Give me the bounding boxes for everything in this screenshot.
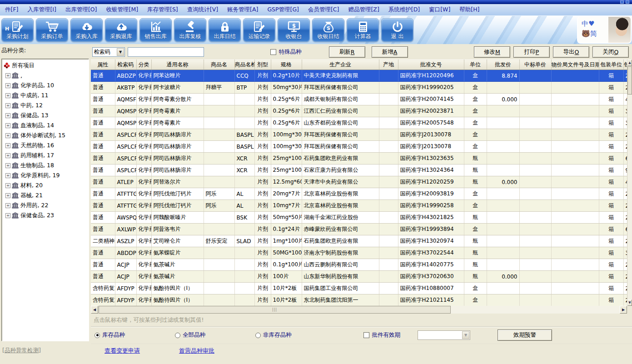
tree-item[interactable]: +中药, 12 (3, 100, 89, 110)
table-row[interactable]: 二类精神药ASZLP化学药艾司唑仑片舒乐安定SLAD片剂1mg*100片石药集团… (91, 235, 627, 247)
view-change-request-link[interactable]: 查看变更申请 (105, 347, 140, 355)
column-header[interactable]: 商品名 (204, 60, 234, 70)
table-row[interactable]: 普通AQMSP化学药阿奇霉素片片剂0.25g*6片江西汇仁药业有限公司国药准字H… (91, 105, 627, 117)
plus-expander-icon[interactable]: + (5, 173, 10, 178)
v-scrollbar[interactable]: ▲ ▼ (627, 60, 632, 306)
tree-item[interactable]: +生物制品, 18 (3, 160, 89, 170)
tree-item[interactable]: +药用辅料, 17 (3, 150, 89, 160)
plus-expander-icon[interactable]: + (5, 133, 10, 138)
plus-expander-icon[interactable]: + (5, 123, 10, 128)
cashier-button[interactable]: $收银台 (278, 18, 310, 42)
outbound-review-button[interactable]: 出库复核 (174, 18, 206, 42)
tree-item[interactable]: +保健品, 13 (3, 110, 89, 120)
modify-button[interactable]: 修改 M (474, 46, 510, 58)
tree-item[interactable]: +体外诊断试剂, 15 (3, 130, 89, 140)
non-stock-items-radio[interactable] (255, 333, 261, 338)
print-button[interactable]: 打印P (513, 46, 550, 58)
table-row[interactable]: 普通ABDZP化学药阿苯达唑片CCQ片剂0.2g*10片中美天津史克制药有限国药… (91, 70, 627, 82)
menu-item[interactable]: 件[F] (0, 6, 23, 14)
tree-item[interactable]: +材料, 20 (3, 180, 89, 190)
menu-item[interactable]: 窗口[W] (424, 6, 455, 14)
export-button[interactable]: 导出O (553, 46, 589, 58)
plus-expander-icon[interactable]: + (5, 93, 10, 98)
column-header[interactable]: 商品名检 (234, 60, 254, 70)
column-header[interactable]: 规格 (271, 60, 302, 70)
tree-item[interactable]: +, (3, 70, 89, 80)
menu-item[interactable]: 赠品管理[Z] (343, 6, 383, 14)
add-button[interactable]: 新增 A (372, 46, 408, 58)
cashier-daily-button[interactable]: S收银日结 (312, 18, 344, 42)
table-row[interactable]: 普通ATFTTGP化学药阿托伐他汀钙片阿乐AL片剂10mg*7片北京嘉林药业股份… (91, 200, 627, 212)
menu-item[interactable]: GSP管理[G] (263, 6, 304, 14)
table-row[interactable]: 普通ASPLCRP化学药阿司匹林肠溶片BASPL片剂100mg*30片拜耳医药保… (91, 141, 627, 153)
refresh-button[interactable]: 刷新R (329, 46, 365, 58)
tree-item[interactable]: +血液制品, 14 (3, 120, 89, 130)
tree-item[interactable]: +保健食品, 23 (3, 210, 89, 220)
minimize-icon[interactable] (620, 0, 624, 4)
column-header[interactable]: 通用名称 (151, 60, 204, 70)
table-row[interactable]: 普通ASPLCRP化学药阿司匹林肠溶片XCR片剂25mg*100片石药集团欧意药… (91, 153, 627, 165)
table-row[interactable]: 含特药复方AFDYP化学药氨酚待因片（Ⅰ）片剂10片*2板东北制药集团沈阳第一国… (91, 294, 627, 306)
chevron-down-icon[interactable]: ▼ (117, 48, 124, 56)
column-header[interactable]: 产地 (379, 60, 398, 70)
h-scroll-thumb[interactable]: ||| (99, 306, 451, 314)
calculator-button[interactable]: 计算器 (347, 18, 379, 42)
plus-expander-icon[interactable]: + (5, 193, 10, 198)
table-row[interactable]: 普通AWSPQP化学药阿魏酸哌嗪片BSK片剂50mg*50片湖南千金湘江药业股份… (91, 212, 627, 224)
column-header[interactable]: 属性 (91, 60, 115, 70)
purchase-order-button[interactable]: 采购订单 (36, 18, 68, 42)
plus-expander-icon[interactable]: + (5, 183, 10, 188)
plus-expander-icon[interactable]: + (5, 83, 10, 88)
plus-expander-icon[interactable]: + (5, 203, 10, 208)
tree-item[interactable]: +化学药品, 10 (3, 80, 89, 90)
plus-expander-icon[interactable]: + (5, 163, 10, 168)
table-row[interactable]: 普通ATFTTGP化学药阿托伐他汀钙片阿乐AL片剂20mg*7片北京嘉林药业股份… (91, 188, 627, 200)
column-header[interactable]: 分类 (136, 60, 151, 70)
tree-item[interactable]: +化学原料药, 19 (3, 170, 89, 180)
tree-item[interactable]: +中成药, 11 (3, 90, 89, 100)
purchase-return-button[interactable]: 采购退库 (105, 18, 137, 42)
validity-period-select[interactable]: ▼ (418, 330, 470, 340)
column-header[interactable]: 检索码 (115, 60, 136, 70)
plus-expander-icon[interactable]: + (5, 213, 10, 218)
table-row[interactable]: 普通ASPLCRP化学药阿司匹林肠溶片BASPL片剂100mg*30片拜耳医药保… (91, 129, 627, 141)
table-row[interactable]: 普通ACJP化学药氨茶碱片片剂100片山东新华制药股份有限国药准字H370206… (91, 271, 627, 283)
table-row[interactable]: 普通ACJP化学药氨茶碱片片剂0.1g*100片山西云鹏制药有限公司国药准字H1… (91, 259, 627, 271)
column-header[interactable]: 批准文号 (398, 60, 464, 70)
scroll-left-icon[interactable]: ◀ (91, 306, 98, 314)
menu-item[interactable]: 账务管理[A] (223, 6, 263, 14)
search-input[interactable] (128, 47, 204, 57)
plus-expander-icon[interactable]: + (5, 153, 10, 158)
close-button[interactable]: 关闭 Q (592, 46, 629, 58)
table-row[interactable]: 普通AXLWP化学药阿昔洛韦片片剂0.1g*24片赤峰蒙欣药业有限公司国药准字H… (91, 224, 627, 235)
plus-expander-icon[interactable]: + (5, 103, 10, 108)
menu-item[interactable]: 会员管理[C] (304, 6, 343, 14)
tree-item[interactable]: +天然药物, 16 (3, 140, 89, 150)
plus-expander-icon[interactable]: + (5, 73, 10, 78)
menu-item[interactable]: 收银管理[M] (102, 6, 143, 14)
transport-record-button[interactable]: 运输记录 (243, 18, 275, 42)
table-row[interactable]: 普通ATLEP化学药阿替洛尔片片剂12.5mg*60片天津市中央药业有限公国药准… (91, 176, 627, 188)
h-scrollbar[interactable]: ◀ ||| ▶ (91, 306, 627, 314)
outbound-daily-button[interactable]: 出库日结 (209, 18, 241, 42)
stock-items-radio[interactable] (95, 333, 100, 338)
approval-validity-checkbox[interactable] (363, 332, 369, 338)
scroll-right-icon[interactable]: ▶ (620, 306, 627, 314)
plus-expander-icon[interactable]: + (5, 143, 10, 148)
menu-item[interactable]: 库存管理[S] (143, 6, 183, 14)
tree-root-item[interactable]: 所有项目 (3, 60, 89, 70)
menu-item[interactable]: 系统维护[D] (384, 6, 424, 14)
first-business-approval-link[interactable]: 首营品种审批 (179, 347, 214, 355)
plus-expander-icon[interactable]: + (5, 113, 10, 118)
column-header[interactable]: 中标单价 (519, 60, 551, 70)
column-header[interactable]: 包装单位 (599, 60, 623, 70)
all-items-radio[interactable] (175, 333, 180, 338)
table-row[interactable]: 含特药复方AFDYP化学药氨酚待因片（Ⅰ）片剂10片*2板国药集团工业有限公司国… (91, 283, 627, 294)
special-items-checkbox[interactable] (270, 49, 276, 55)
menu-item[interactable]: 出库管理[O] (61, 6, 102, 14)
scroll-down-icon[interactable]: ▼ (627, 299, 632, 306)
column-header[interactable]: 物价局文件号及日期 (551, 60, 599, 70)
exit-button[interactable]: 退 出 (381, 18, 413, 42)
purchase-plan-button[interactable]: 采购计划H (1, 18, 34, 42)
expiry-warning-button[interactable]: 效期预警 (498, 329, 552, 341)
